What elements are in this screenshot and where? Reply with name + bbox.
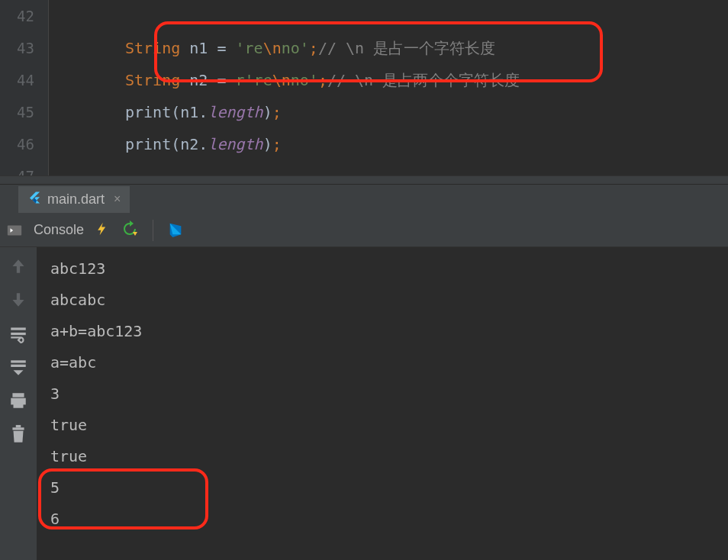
console-output-line: 6 [50, 504, 714, 535]
line-number: 45 [0, 96, 34, 128]
panel-separator[interactable] [0, 175, 728, 185]
line-number: 46 [0, 128, 34, 160]
code-token: no' [291, 71, 318, 89]
code-token: n1 [189, 39, 217, 57]
code-line[interactable]: String n2 = r're\nno';// \n 是占两个个字符长度 [68, 64, 728, 96]
console-output-line: a+b=abc123 [50, 316, 714, 347]
code-token: length [208, 103, 263, 121]
close-icon[interactable]: × [111, 192, 121, 206]
print-icon[interactable] [8, 391, 28, 410]
line-number-gutter: 42 43 44 45 46 47 [0, 0, 48, 175]
code-token: ( [171, 103, 180, 121]
line-number: 43 [0, 32, 34, 64]
code-token: ) [263, 103, 272, 121]
console-output-line: true [50, 410, 714, 441]
console-output-line: 5 [50, 472, 714, 504]
toolbar-separator [153, 220, 153, 241]
code-token: String [125, 39, 189, 57]
code-token: = [217, 39, 235, 57]
svg-rect-1 [11, 327, 26, 330]
code-token: print [125, 135, 171, 153]
trash-icon[interactable] [8, 424, 28, 444]
console-output-line: true [50, 441, 714, 472]
code-token: n2 [180, 135, 198, 153]
svg-rect-8 [12, 427, 24, 430]
code-line[interactable]: print(n2.length); [68, 128, 728, 160]
code-token: \n [272, 71, 291, 89]
console-toolbar: Console [0, 214, 728, 247]
console-output-line: 3 [50, 378, 714, 410]
svg-rect-9 [16, 425, 21, 427]
console-output-line: a=abc [50, 347, 714, 378]
console-output-line: abc123 [50, 253, 714, 285]
line-number: 42 [0, 0, 34, 32]
svg-rect-5 [12, 393, 24, 397]
arrow-down-icon[interactable] [8, 290, 28, 310]
code-token: n1 [180, 103, 198, 121]
dart-icon[interactable] [167, 220, 184, 240]
code-line[interactable]: print(n1.length); [68, 96, 728, 128]
code-token: r're [236, 71, 272, 89]
console-panel: abc123abcabca+b=abc123a=abc3truetrue56 [0, 247, 728, 560]
svg-rect-3 [11, 360, 26, 362]
code-token: 're [236, 39, 263, 57]
code-token: . [198, 135, 208, 153]
code-token: ) [263, 135, 272, 153]
console-output-line: abcabc [50, 285, 714, 316]
code-token: // \n 是占一个字符长度 [318, 39, 495, 57]
code-token: ; [309, 39, 318, 57]
svg-rect-0 [8, 225, 21, 235]
code-line[interactable] [68, 160, 728, 175]
code-token: \n [263, 39, 282, 57]
scroll-to-end-icon[interactable] [8, 357, 28, 377]
code-token: ( [171, 135, 180, 153]
code-token: n2 [189, 71, 217, 89]
line-number: 44 [0, 64, 34, 96]
lightning-icon[interactable] [95, 220, 110, 241]
code-token: ; [272, 103, 282, 121]
line-number: 47 [0, 160, 34, 175]
soft-wrap-icon[interactable] [8, 323, 28, 343]
code-token: ; [318, 71, 327, 89]
code-line[interactable]: String n1 = 're\nno';// \n 是占一个字符长度 [68, 32, 728, 64]
console-label: Console [34, 222, 84, 238]
code-token: no' [282, 39, 309, 57]
code-token: // \n 是占两个个字符长度 [327, 71, 520, 89]
code-content[interactable]: String n1 = 're\nno';// \n 是占一个字符长度Strin… [48, 0, 728, 175]
tab-main-dart[interactable]: main.dart × [18, 186, 130, 213]
svg-rect-7 [14, 403, 24, 408]
code-editor: 42 43 44 45 46 47 String n1 = 're\nno';/… [0, 0, 728, 175]
code-token: . [198, 103, 208, 121]
flutter-icon [27, 191, 41, 208]
code-line[interactable] [68, 0, 728, 32]
code-token: length [208, 135, 263, 153]
code-token: = [217, 71, 235, 89]
svg-rect-2 [11, 333, 26, 335]
run-console-icon[interactable] [6, 222, 23, 239]
svg-rect-4 [11, 365, 26, 367]
console-side-toolbar [0, 247, 37, 560]
arrow-up-icon[interactable] [8, 256, 28, 276]
code-token: print [125, 103, 171, 121]
code-token: String [125, 71, 189, 89]
code-token: ; [272, 135, 282, 153]
console-output[interactable]: abc123abcabca+b=abc123a=abc3truetrue56 [37, 247, 728, 560]
tab-label: main.dart [47, 191, 105, 208]
run-tab-bar: main.dart × [0, 185, 728, 214]
reload-icon[interactable] [121, 220, 139, 241]
